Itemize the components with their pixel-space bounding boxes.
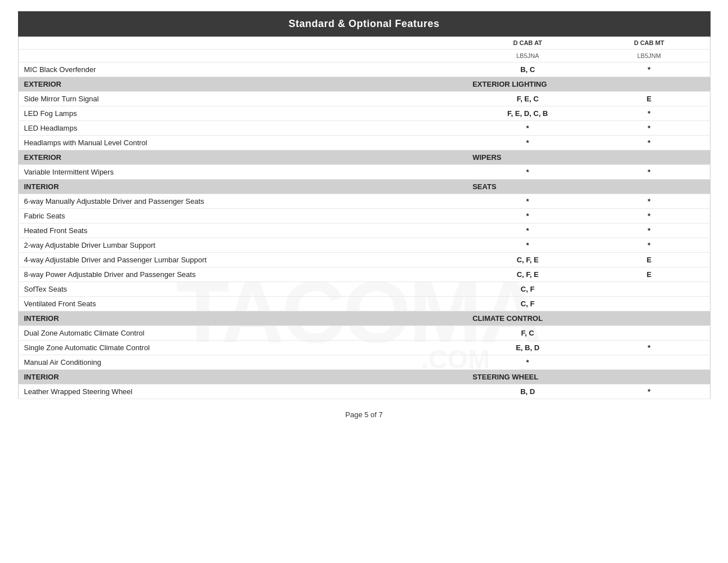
page-footer: Page 5 of 7: [18, 399, 711, 430]
feature-name: Single Zone Automatic Climate Control: [18, 341, 467, 355]
section-empty: [588, 150, 710, 165]
table-row: 8-way Power Adjustable Driver and Passen…: [18, 267, 710, 282]
col2-value: *: [588, 62, 710, 77]
section-header-climate: INTERIOR CLIMATE CONTROL: [18, 311, 710, 326]
section-subcat: CLIMATE CONTROL: [467, 311, 588, 326]
table-row: Fabric Seats * *: [18, 209, 710, 224]
table-row: Single Zone Automatic Climate Control E,…: [18, 341, 710, 355]
col2-value: [588, 297, 710, 311]
col2-value: [588, 326, 710, 341]
col2-value: E: [588, 267, 710, 282]
col1-value: *: [467, 224, 588, 238]
section-header-seats: INTERIOR SEATS: [18, 180, 710, 194]
section-cat: EXTERIOR: [18, 150, 467, 165]
col1-code: LB5JNA: [467, 50, 588, 62]
section-subcat: WIPERS: [467, 150, 588, 165]
col1-value: *: [467, 355, 588, 370]
col2-value: *: [588, 209, 710, 224]
section-header-steering: INTERIOR STEERING WHEEL: [18, 370, 710, 385]
section-empty: [588, 370, 710, 385]
feature-name: Heated Front Seats: [18, 224, 467, 238]
table-row: Dual Zone Automatic Climate Control F, C: [18, 326, 710, 341]
column-header-top-row: D CAB AT D CAB MT: [18, 37, 710, 50]
feature-name: 8-way Power Adjustable Driver and Passen…: [18, 267, 467, 282]
feature-name: Ventilated Front Seats: [18, 297, 467, 311]
section-subcat: SEATS: [467, 180, 588, 194]
feature-name: Variable Intermittent Wipers: [18, 165, 467, 180]
page-wrapper: Standard & Optional Features D CAB AT D …: [18, 11, 711, 430]
col2-value: *: [588, 194, 710, 209]
table-row: Headlamps with Manual Level Control * *: [18, 136, 710, 150]
col2-value: *: [588, 136, 710, 150]
col2-value: [588, 355, 710, 370]
table-row: MIC Black Overfender B, C *: [18, 62, 710, 77]
table-row: 4-way Adjustable Driver and Passenger Lu…: [18, 253, 710, 267]
col1-value: B, D: [467, 385, 588, 399]
feature-name: 4-way Adjustable Driver and Passenger Lu…: [18, 253, 467, 267]
col1-value: C, F, E: [467, 253, 588, 267]
col2-value: *: [588, 385, 710, 399]
feature-col-header-empty: [18, 37, 467, 50]
col1-value: *: [467, 121, 588, 136]
col2-label: D CAB MT: [588, 37, 710, 50]
column-header-sub-row: LB5JNA LB5JNM: [18, 50, 710, 62]
section-cat: INTERIOR: [18, 370, 467, 385]
feature-name: Manual Air Conditioning: [18, 355, 467, 370]
section-header-wipers: EXTERIOR WIPERS: [18, 150, 710, 165]
page-title: Standard & Optional Features: [18, 11, 711, 37]
feature-name: 2-way Adjustable Driver Lumbar Support: [18, 238, 467, 253]
section-subcat: STEERING WHEEL: [467, 370, 588, 385]
section-cat: EXTERIOR: [18, 77, 467, 92]
col2-value: *: [588, 106, 710, 121]
feature-name: Leather Wrapped Steering Wheel: [18, 385, 467, 399]
feature-name: Fabric Seats: [18, 209, 467, 224]
table-row: SofTex Seats C, F: [18, 282, 710, 297]
table-row: Manual Air Conditioning *: [18, 355, 710, 370]
col1-value: E, B, D: [467, 341, 588, 355]
col1-value: *: [467, 165, 588, 180]
col1-value: *: [467, 238, 588, 253]
section-subcat: EXTERIOR LIGHTING: [467, 77, 588, 92]
col2-code: LB5JNM: [588, 50, 710, 62]
col1-value: *: [467, 209, 588, 224]
col1-value: F, E, D, C, B: [467, 106, 588, 121]
col2-value: E: [588, 92, 710, 106]
col1-value: *: [467, 136, 588, 150]
section-empty: [588, 77, 710, 92]
feature-name: Side Mirror Turn Signal: [18, 92, 467, 106]
feature-name: Headlamps with Manual Level Control: [18, 136, 467, 150]
col2-value: *: [588, 238, 710, 253]
col2-value: *: [588, 165, 710, 180]
features-table: D CAB AT D CAB MT LB5JNA LB5JNM MIC Blac…: [18, 37, 711, 399]
table-row: 6-way Manually Adjustable Driver and Pas…: [18, 194, 710, 209]
table-row: Heated Front Seats * *: [18, 224, 710, 238]
section-header-exterior-lighting: EXTERIOR EXTERIOR LIGHTING: [18, 77, 710, 92]
col1-value: F, E, C: [467, 92, 588, 106]
feature-name: 6-way Manually Adjustable Driver and Pas…: [18, 194, 467, 209]
feature-name: SofTex Seats: [18, 282, 467, 297]
section-cat: INTERIOR: [18, 180, 467, 194]
col2-value: *: [588, 224, 710, 238]
feature-name: LED Fog Lamps: [18, 106, 467, 121]
table-row: Ventilated Front Seats C, F: [18, 297, 710, 311]
feature-name: Dual Zone Automatic Climate Control: [18, 326, 467, 341]
col1-value: C, F: [467, 282, 588, 297]
table-row: Variable Intermittent Wipers * *: [18, 165, 710, 180]
col2-value: E: [588, 253, 710, 267]
col2-value: *: [588, 121, 710, 136]
table-row: LED Fog Lamps F, E, D, C, B *: [18, 106, 710, 121]
table-row: Leather Wrapped Steering Wheel B, D *: [18, 385, 710, 399]
feature-name: LED Headlamps: [18, 121, 467, 136]
col1-value: C, F: [467, 297, 588, 311]
col1-value: *: [467, 194, 588, 209]
col1-value: C, F, E: [467, 267, 588, 282]
table-row: LED Headlamps * *: [18, 121, 710, 136]
feature-name: MIC Black Overfender: [18, 62, 467, 77]
col1-value: F, C: [467, 326, 588, 341]
section-empty: [588, 180, 710, 194]
col2-value: *: [588, 341, 710, 355]
table-row: Side Mirror Turn Signal F, E, C E: [18, 92, 710, 106]
col1-label: D CAB AT: [467, 37, 588, 50]
col2-value: [588, 282, 710, 297]
section-cat: INTERIOR: [18, 311, 467, 326]
